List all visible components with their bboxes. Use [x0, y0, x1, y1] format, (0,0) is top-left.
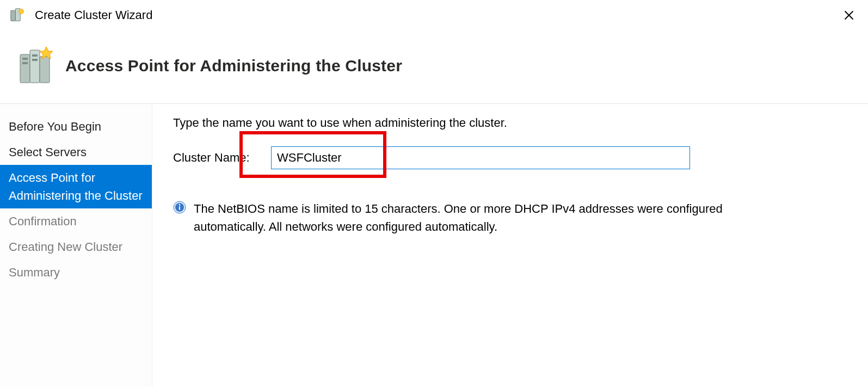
svg-rect-12: [32, 59, 38, 61]
wizard-step-3[interactable]: Confirmation: [0, 208, 152, 234]
svg-rect-7: [40, 57, 50, 83]
wizard-icon: [10, 8, 32, 23]
info-row: The NetBIOS name is limited to 15 charac…: [173, 200, 852, 236]
titlebar: Create Cluster Wizard: [0, 0, 868, 28]
svg-rect-9: [22, 58, 28, 60]
close-button[interactable]: [838, 7, 860, 23]
wizard-step-2[interactable]: Access Point for Administering the Clust…: [0, 165, 152, 208]
window-title: Create Cluster Wizard: [32, 8, 838, 22]
wizard-steps-sidebar: Before You BeginSelect ServersAccess Poi…: [0, 104, 152, 387]
close-icon: [844, 10, 854, 21]
cluster-name-label: Cluster Name:: [173, 151, 271, 165]
svg-point-16: [179, 204, 181, 206]
cluster-name-row: Cluster Name:: [173, 146, 852, 169]
wizard-step-1[interactable]: Select Servers: [0, 139, 152, 165]
svg-rect-11: [32, 54, 38, 57]
instruction-text: Type the name you want to use when admin…: [173, 116, 852, 130]
info-icon: [173, 200, 189, 216]
svg-rect-10: [22, 62, 28, 64]
svg-rect-15: [179, 206, 180, 210]
cluster-name-input[interactable]: [271, 146, 690, 169]
page-title: Access Point for Administering the Clust…: [59, 57, 402, 75]
svg-rect-0: [11, 10, 16, 21]
page-header: Access Point for Administering the Clust…: [0, 28, 868, 103]
wizard-step-4[interactable]: Creating New Cluster: [0, 234, 152, 260]
info-text: The NetBIOS name is limited to 15 charac…: [189, 200, 761, 236]
wizard-step-5[interactable]: Summary: [0, 260, 152, 285]
wizard-main-panel: Type the name you want to use when admin…: [152, 104, 868, 387]
wizard-step-0[interactable]: Before You Begin: [0, 114, 152, 139]
svg-point-2: [19, 9, 24, 14]
cluster-large-icon: [15, 45, 59, 87]
